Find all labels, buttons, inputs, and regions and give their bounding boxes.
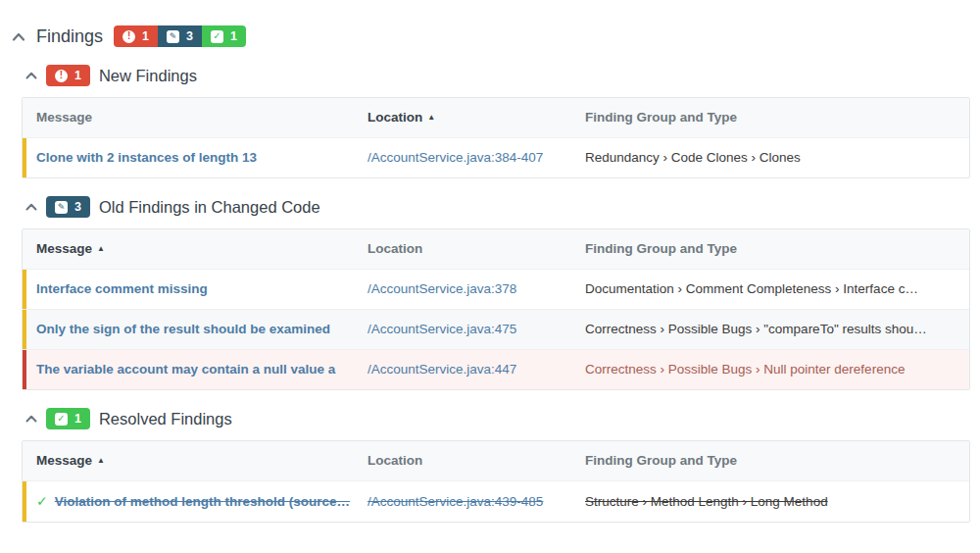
severity-stripe (23, 270, 26, 309)
exclamation-circle-icon: ! (122, 30, 135, 43)
pencil-square-icon: ✎ (167, 30, 179, 43)
finding-location-cell[interactable]: /AccountService.java:384-407 (368, 138, 585, 177)
old-findings-table: Message▲ Location Finding Group and Type… (22, 228, 970, 390)
column-header-location[interactable]: Location▲ (368, 98, 585, 137)
column-header-message[interactable]: Message▲ (23, 229, 368, 269)
findings-section-header[interactable]: Findings ! 1 ✎ 3 ✓ 1 (0, 25, 980, 47)
sort-ascending-icon: ▲ (97, 456, 105, 465)
old-findings-badge: ✎ 3 (158, 25, 202, 47)
column-header-message[interactable]: Message▲ (23, 441, 368, 480)
finding-message-link[interactable]: Clone with 2 instances of length 13 (36, 150, 257, 165)
section-title: Old Findings in Changed Code (99, 198, 320, 217)
table-header-row: Message▲ Location Finding Group and Type (23, 229, 969, 269)
finding-location-cell[interactable]: /AccountService.java:447 (368, 350, 585, 389)
finding-message-link[interactable]: Violation of method length threshold (so… (55, 494, 350, 509)
chevron-up-icon[interactable] (12, 32, 25, 41)
resolved-findings-count: 1 (230, 29, 237, 43)
badge-count: 1 (74, 69, 81, 82)
code-identifier: account (118, 362, 169, 377)
check-square-icon: ✓ (55, 413, 68, 426)
finding-message-link[interactable]: Interface comment missing (36, 281, 208, 296)
severity-stripe (23, 350, 26, 389)
severity-stripe (23, 310, 26, 349)
old-findings-count: 3 (186, 29, 193, 43)
table-header-row: Message Location▲ Finding Group and Type (23, 98, 969, 137)
findings-summary-badges: ! 1 ✎ 3 ✓ 1 (114, 25, 246, 47)
finding-message-link[interactable]: The variable account may contain a null … (36, 362, 335, 377)
chevron-up-icon[interactable] (25, 72, 37, 79)
pencil-square-icon: ✎ (55, 201, 68, 214)
old-findings-badge: ✎ 3 (46, 196, 90, 218)
finding-message-cell[interactable]: The variable account may contain a null … (23, 350, 368, 389)
finding-location-link[interactable]: /AccountService.java:439-485 (368, 494, 543, 509)
new-findings-count: 1 (142, 29, 149, 43)
table-row[interactable]: Clone with 2 instances of length 13 /Acc… (23, 137, 969, 177)
table-row-resolved[interactable]: ✓Violation of method length threshold (s… (23, 480, 969, 522)
badge-count: 3 (74, 200, 81, 214)
column-header-location[interactable]: Location (368, 441, 585, 480)
finding-message-cell[interactable]: Only the sign of the result should be ex… (23, 310, 368, 349)
table-header-row: Message▲ Location Finding Group and Type (23, 441, 969, 480)
finding-group-cell: Correctness › Possible Bugs › "compareTo… (585, 310, 969, 349)
finding-group-cell: Redundancy › Code Clones › Clones (585, 138, 969, 177)
table-row-danger[interactable]: The variable account may contain a null … (23, 349, 969, 389)
chevron-up-icon[interactable] (25, 203, 37, 211)
finding-location-cell[interactable]: /AccountService.java:439-485 (368, 482, 585, 522)
check-square-icon: ✓ (211, 30, 223, 43)
finding-location-link[interactable]: /AccountService.java:378 (368, 281, 516, 296)
table-row[interactable]: Only the sign of the result should be ex… (23, 309, 969, 349)
page-title: Findings (36, 26, 103, 47)
column-header-location[interactable]: Location (368, 229, 585, 269)
finding-group-cell: Correctness › Possible Bugs › Null point… (585, 350, 969, 389)
finding-group-cell: Documentation › Comment Completeness › I… (585, 270, 969, 309)
new-findings-badge: ! 1 (114, 25, 158, 47)
old-findings-section-header[interactable]: ✎ 3 Old Findings in Changed Code (25, 196, 980, 218)
column-header-group[interactable]: Finding Group and Type (585, 441, 969, 480)
check-icon: ✓ (36, 493, 48, 509)
resolved-findings-badge: ✓ 1 (202, 25, 246, 47)
exclamation-circle-icon: ! (55, 70, 68, 82)
new-findings-section-header[interactable]: ! 1 New Findings (25, 65, 980, 86)
table-row[interactable]: Interface comment missing /AccountServic… (23, 269, 969, 309)
finding-message-link[interactable]: Only the sign of the result should be ex… (36, 322, 330, 336)
severity-stripe (23, 138, 26, 177)
chevron-up-icon[interactable] (25, 415, 37, 423)
finding-location-link[interactable]: /AccountService.java:475 (368, 322, 516, 336)
column-header-message[interactable]: Message (23, 98, 368, 137)
column-header-group[interactable]: Finding Group and Type (585, 229, 969, 269)
finding-location-cell[interactable]: /AccountService.java:378 (368, 270, 585, 309)
sort-ascending-icon: ▲ (427, 113, 435, 122)
resolved-findings-section-header[interactable]: ✓ 1 Resolved Findings (25, 408, 980, 429)
finding-message-cell[interactable]: Clone with 2 instances of length 13 (23, 138, 368, 177)
finding-location-link[interactable]: /AccountService.java:384-407 (368, 150, 543, 165)
new-findings-badge: ! 1 (46, 65, 90, 86)
resolved-findings-badge: ✓ 1 (46, 408, 90, 429)
finding-message-cell[interactable]: ✓Violation of method length threshold (s… (23, 481, 368, 522)
finding-location-cell[interactable]: /AccountService.java:475 (368, 310, 585, 349)
severity-stripe (23, 481, 26, 522)
column-header-group[interactable]: Finding Group and Type (585, 98, 969, 137)
section-title: Resolved Findings (99, 410, 232, 428)
resolved-findings-table: Message▲ Location Finding Group and Type… (22, 440, 970, 523)
badge-count: 1 (74, 412, 81, 426)
new-findings-table: Message Location▲ Finding Group and Type… (22, 97, 970, 178)
section-title: New Findings (99, 67, 197, 85)
finding-location-link[interactable]: /AccountService.java:447 (368, 362, 516, 377)
finding-message-cell[interactable]: Interface comment missing (23, 270, 368, 309)
sort-ascending-icon: ▲ (97, 244, 105, 253)
finding-group-cell: Structure › Method Length › Long Method (585, 482, 969, 522)
